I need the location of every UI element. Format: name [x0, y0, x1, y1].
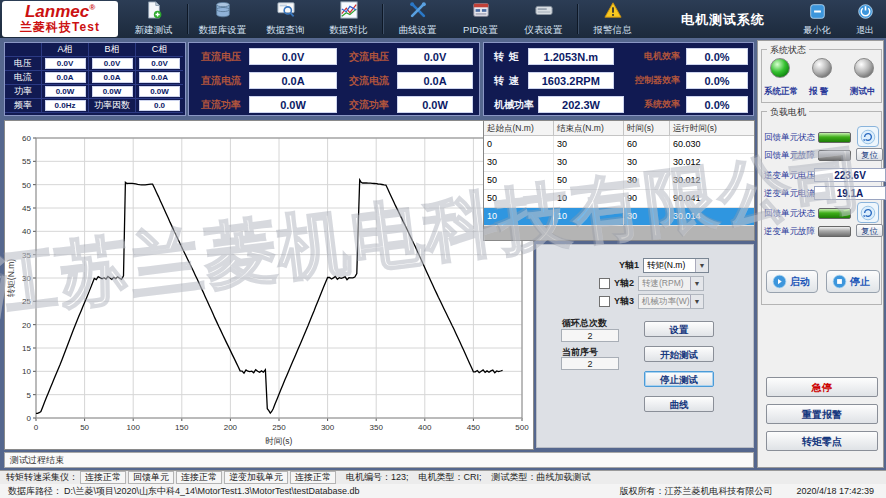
phase-table: A相 B相 C相 电压 0.0V 0.0V 0.0V 电流 0.0A 0.0A …: [5, 43, 185, 113]
mech-power-value: 202.3W: [538, 96, 624, 113]
dc-power-label: 直流功率: [201, 98, 241, 112]
x-tick-label: 400: [418, 423, 432, 432]
y2-axis-value: 转速(RPM): [639, 278, 690, 290]
inverter-current-label: 逆变单元电流: [764, 188, 815, 200]
logo-text-cn: 兰菱科技Test: [2, 21, 118, 33]
row-label-current: 电流: [5, 71, 42, 85]
start-label: 启动: [790, 275, 810, 289]
y3-axis-label: Y轴3: [614, 295, 634, 308]
alarm-led: [812, 58, 832, 78]
toolbar-button-meter-settings[interactable]: 仪表设置: [512, 0, 575, 38]
new-test-icon: [145, 1, 163, 23]
current-index-field[interactable]: 2: [561, 357, 619, 370]
torque-zero-button[interactable]: 转矩零点: [766, 431, 878, 451]
toolbar-label: 数据查询: [267, 24, 305, 37]
y2-axis-checkbox[interactable]: [599, 278, 610, 289]
toolbar-button-curve-settings[interactable]: 曲线设置: [386, 0, 449, 38]
emergency-stop-button[interactable]: 急停: [766, 377, 878, 397]
feedback-fault-reset-button[interactable]: 复位: [856, 148, 883, 161]
minimize-button[interactable]: 最小化: [795, 3, 839, 37]
header-time: 时间(s): [624, 121, 670, 136]
toolbar-label: 曲线设置: [399, 24, 437, 37]
table-row[interactable]: 50503030.012: [484, 172, 754, 190]
y-tick-label: 15: [22, 344, 31, 353]
table-row[interactable]: 10103030.014: [484, 208, 754, 226]
toolbar-label: 仪表设置: [525, 24, 563, 37]
db-path-label: 数据库路径：: [8, 485, 62, 498]
feedback-reset-button[interactable]: [857, 126, 879, 147]
toolbar-separator: [382, 4, 384, 34]
table-cell: 60.030: [670, 136, 754, 153]
stop-button[interactable]: 停止: [826, 270, 880, 293]
dcac-measurement-panel: 直流电压0.0V 直流电流0.0A 直流功率0.0W 交流电压0.0V 交流电流…: [188, 42, 480, 116]
compare-chart-icon: [340, 1, 358, 23]
toolbar-button-new-test[interactable]: 新建测试: [122, 0, 185, 38]
toolbar-separator: [187, 4, 189, 34]
toolbar-label: PID设置: [463, 24, 498, 37]
system-status-group: 系统状态 系统正常 报 警 测试中: [761, 49, 882, 103]
feedback-unit-fault-label: 回馈单元故障: [764, 150, 815, 162]
database-icon: [214, 1, 232, 23]
reset-alarm-button[interactable]: 重置报警: [766, 404, 878, 424]
ac-current-value: 0.0A: [397, 72, 473, 89]
stop-label: 停止: [850, 275, 870, 289]
play-icon: [772, 274, 787, 289]
toolbar-button-data-compare[interactable]: 数据对比: [317, 0, 380, 38]
x-tick-label: 0: [34, 423, 39, 432]
phase-b-power: 0.0W: [92, 86, 133, 97]
y-tick-label: 30: [22, 274, 31, 283]
inverter-unit-fault-label: 逆变单元故障: [764, 226, 815, 238]
dc-current-value: 0.0A: [249, 72, 337, 89]
toolbar-button-pid-settings[interactable]: PID设置: [449, 0, 512, 38]
phase-c-voltage: 0.0V: [139, 58, 180, 69]
y1-axis-label: Y轴1: [619, 259, 639, 272]
toolbar-label: 新建测试: [135, 24, 173, 37]
y1-axis-dropdown[interactable]: 转矩(N.m)▼: [643, 258, 709, 273]
table-cell: 30: [624, 208, 670, 225]
speed-label: 转 速: [494, 74, 520, 88]
cycle-total-field[interactable]: 2: [561, 329, 619, 342]
alarm-warning-icon: [604, 1, 622, 23]
phase-c-power: 0.0W: [139, 86, 180, 97]
start-button[interactable]: 启动: [766, 270, 818, 293]
y-tick-label: 20: [22, 321, 31, 330]
collector-status: 连接正常: [80, 471, 126, 484]
x-tick-label: 100: [127, 423, 141, 432]
dc-voltage-label: 直流电压: [201, 50, 241, 64]
motor-info-text: 电机编号：123; 电机类型：CRI; 测试类型：曲线加载测试: [346, 471, 591, 484]
chevron-down-icon: ▼: [695, 259, 708, 272]
motor-test-system-window: Lanmec® 兰菱科技Test 新建测试 数据库设置 数据查询 数据对比: [0, 0, 886, 498]
power-factor-label: 功率因数: [89, 99, 136, 113]
feedback-unit-fault-indicator: [818, 150, 851, 161]
inverter-fault-reset-button[interactable]: 复位: [856, 224, 883, 237]
table-row[interactable]: 30303030.012: [484, 154, 754, 172]
copyright-text: 版权所有：江苏兰菱机电科技有限公司: [619, 485, 772, 498]
status-bar-database: 数据库路径： D:\兰菱\项目\2020\山东中科4_14\MotorTest1…: [0, 484, 886, 498]
ac-power-value: 0.0W: [397, 96, 473, 113]
exit-button[interactable]: 退出: [843, 3, 886, 37]
feedback-reset2-button[interactable]: [857, 202, 879, 223]
ac-current-label: 交流电流: [349, 74, 389, 88]
curve-button[interactable]: 曲线: [644, 396, 714, 412]
setup-button[interactable]: 设置: [644, 321, 714, 337]
y3-axis-checkbox[interactable]: [599, 296, 610, 307]
y-tick-label: 60: [22, 134, 31, 143]
toolbar-button-alarm-info[interactable]: 报警信息: [581, 0, 644, 38]
torque-chart-svg: 0501001502002503003504004505000510152025…: [6, 122, 532, 448]
phase-measurement-panel: A相 B相 C相 电压 0.0V 0.0V 0.0V 电流 0.0A 0.0A …: [4, 42, 186, 116]
start-test-button[interactable]: 开始测试: [644, 346, 714, 362]
torque-value: 1.2053N.m: [528, 48, 614, 65]
ac-power-label: 交流功率: [349, 98, 389, 112]
table-row[interactable]: 50109090.041: [484, 190, 754, 208]
stop-test-button[interactable]: 停止测试: [644, 371, 714, 387]
table-row[interactable]: 0306060.030: [484, 136, 754, 154]
y2-axis-dropdown[interactable]: 转速(RPM)▼: [638, 276, 704, 291]
table-cell: 10: [484, 208, 554, 225]
row-label-frequency: 频率: [5, 99, 42, 113]
system-eff-value: 0.0%: [686, 96, 748, 113]
toolbar-button-database-settings[interactable]: 数据库设置: [191, 0, 254, 38]
toolbar-button-data-query[interactable]: 数据查询: [254, 0, 317, 38]
y3-axis-dropdown[interactable]: 机械功率(W)▼: [638, 294, 704, 309]
app-title: 电机测试系统: [648, 11, 798, 29]
feedback-unit-label: 回馈单元: [128, 471, 174, 484]
